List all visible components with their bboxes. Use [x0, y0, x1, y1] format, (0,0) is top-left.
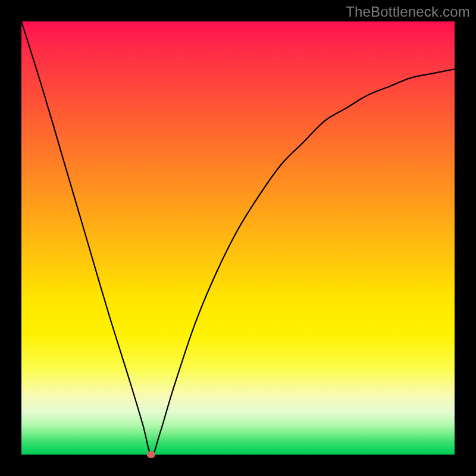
chart-frame: TheBottleneck.com	[0, 0, 476, 476]
watermark-text: TheBottleneck.com	[346, 4, 470, 20]
minimum-marker	[147, 451, 155, 458]
plot-area	[21, 21, 455, 455]
bottleneck-curve	[21, 21, 455, 455]
